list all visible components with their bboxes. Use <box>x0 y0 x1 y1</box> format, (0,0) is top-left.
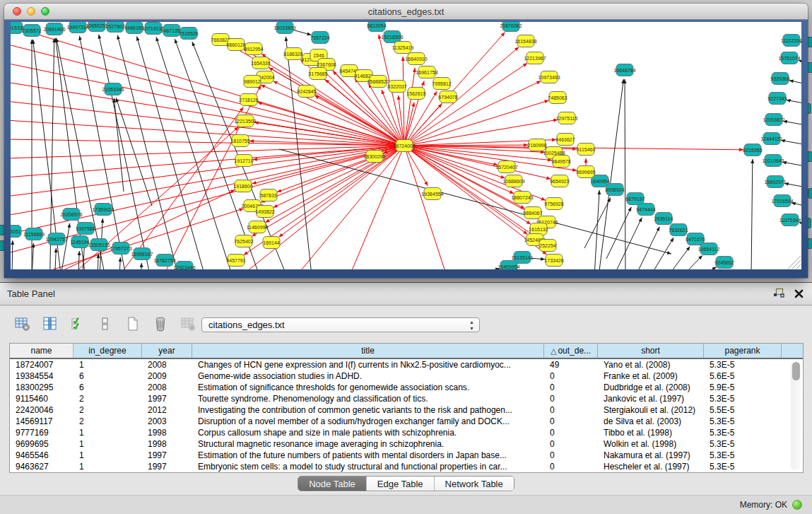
table-cell[interactable]: Yano et al. (2008) <box>598 359 704 370</box>
network-edge[interactable] <box>789 81 801 89</box>
network-edge[interactable] <box>117 35 184 269</box>
table-cell[interactable]: 5.5E-5 <box>704 404 782 416</box>
table-cell[interactable]: 1997 <box>142 450 192 461</box>
network-edge[interactable] <box>11 146 404 266</box>
network-node[interactable]: 7632621 <box>669 224 688 236</box>
tab-node-table[interactable]: Node Table <box>298 477 367 491</box>
table-cell[interactable]: Hescheler et al. (1997) <box>598 461 704 472</box>
table-column-icon[interactable] <box>42 315 59 332</box>
network-node[interactable]: 12093872 <box>763 114 784 126</box>
network-edge[interactable] <box>635 227 659 269</box>
network-graph[interactable]: 1601533823055722069140616997314106552571… <box>11 22 801 269</box>
network-edge[interactable] <box>404 100 549 146</box>
table-cell[interactable]: 1997 <box>142 461 192 472</box>
resize-grip-icon[interactable] <box>788 256 801 269</box>
network-node[interactable]: 9699695 <box>576 166 595 178</box>
table-cell[interactable]: Nakamura et al. (1997) <box>598 450 704 461</box>
table-row[interactable]: 1456911722003Disruption of a novel membe… <box>10 416 803 427</box>
network-edge[interactable] <box>60 223 70 269</box>
network-node[interactable]: 16409954 <box>498 261 519 270</box>
network-node[interactable]: 16033809 <box>273 22 295 34</box>
table-row[interactable]: 946554611997Estimation of the future num… <box>10 450 803 461</box>
network-node[interactable]: 587833 <box>260 189 277 201</box>
table-cell[interactable]: 5.3E-5 <box>704 461 782 472</box>
network-edge[interactable] <box>784 183 801 192</box>
network-node[interactable]: 10655257 <box>86 22 107 32</box>
network-node[interactable]: 169144 <box>263 237 280 249</box>
table-row[interactable]: 946362711997Embryonic stem cells: a mode… <box>10 461 803 472</box>
network-node[interactable]: 12942757 <box>45 233 67 245</box>
column-header-pagerank[interactable]: pagerank <box>704 344 782 358</box>
table-cell[interactable]: 0 <box>544 461 598 472</box>
table-cell[interactable]: 6 <box>73 382 142 393</box>
network-node[interactable]: 9860128 <box>226 39 245 51</box>
network-edge[interactable] <box>625 79 625 269</box>
column-header-out_de[interactable]: △out_de... <box>544 344 598 358</box>
memory-indicator-icon[interactable] <box>792 500 802 510</box>
network-node[interactable]: 19384554 <box>421 188 443 200</box>
network-node[interactable]: 989012 <box>244 76 261 88</box>
network-node[interactable]: 1810755 <box>230 135 249 147</box>
network-node[interactable]: 6879197 <box>625 193 645 205</box>
scrollbar-thumb[interactable] <box>792 362 800 380</box>
network-node[interactable]: 18300295 <box>363 151 385 163</box>
table-cell[interactable]: 9699695 <box>10 438 73 450</box>
table-row[interactable]: 2242004622012Investigating the contribut… <box>10 404 803 416</box>
network-edge[interactable] <box>463 269 500 269</box>
network-edge[interactable] <box>700 267 717 269</box>
float-panel-icon[interactable] <box>773 288 784 301</box>
table-cell[interactable]: 5.3E-5 <box>704 438 782 450</box>
network-node[interactable]: 9329366 <box>770 73 789 85</box>
table-cell[interactable]: 0 <box>544 427 598 438</box>
network-node[interactable]: 1912710 <box>234 155 253 167</box>
table-cell[interactable]: 2008 <box>142 359 192 370</box>
table-cell[interactable]: Investigating the contribution of common… <box>192 404 544 416</box>
network-edge[interactable] <box>261 85 404 146</box>
network-node[interactable]: 9115460 <box>577 144 596 156</box>
network-node[interactable]: 2718126 <box>239 94 258 106</box>
network-node[interactable]: 2160998 <box>527 139 546 151</box>
tab-edge-table[interactable]: Edge Table <box>367 477 435 491</box>
network-node[interactable]: 7557224 <box>310 32 329 44</box>
network-node[interactable]: 12923446 <box>173 262 195 270</box>
network-node[interactable]: 3175685 <box>308 68 327 80</box>
table-cell[interactable]: 2008 <box>142 382 192 393</box>
network-node[interactable]: 9457791 <box>226 255 245 267</box>
column-header-year[interactable]: year <box>142 344 192 358</box>
network-edge[interactable] <box>782 162 801 170</box>
table-cell[interactable]: 2 <box>73 404 142 416</box>
network-node[interactable]: 15218506 <box>381 31 403 43</box>
table-selector-dropdown[interactable]: citations_edges.txt ▲▼ <box>201 317 480 332</box>
network-node[interactable]: 18724007 <box>393 140 415 152</box>
network-node[interactable]: 9397588 <box>76 223 95 235</box>
network-edge[interactable] <box>78 251 79 269</box>
network-edge[interactable] <box>11 33 404 146</box>
network-edge[interactable] <box>799 223 801 231</box>
network-node[interactable]: 15688520 <box>367 76 389 88</box>
column-header-in_degree[interactable]: in_degree <box>73 344 142 358</box>
checklist-icon[interactable] <box>69 315 86 332</box>
table-cell[interactable]: 0 <box>544 370 598 382</box>
table-cell[interactable]: 2009 <box>142 370 192 382</box>
close-panel-icon[interactable] <box>794 288 804 301</box>
table-cell[interactable]: Disruption of a novel member of a sodium… <box>192 416 544 427</box>
network-node[interactable]: 9245652 <box>714 257 734 269</box>
network-node[interactable]: 9654923 <box>550 175 569 187</box>
network-node[interactable]: 7955812 <box>432 78 451 90</box>
network-edge[interactable] <box>783 121 801 129</box>
network-node[interactable]: 11075344 <box>779 214 801 226</box>
table-row[interactable]: 1938455462009Genome-wide association stu… <box>10 370 803 382</box>
network-node[interactable]: 9242845 <box>297 86 316 98</box>
network-edge[interactable] <box>11 117 404 146</box>
network-node[interactable]: 11460994 <box>247 221 269 233</box>
network-node[interactable]: 1615132 <box>529 223 548 235</box>
table-cell[interactable]: Genome-wide association studies in ADHD. <box>192 370 544 382</box>
table-cell[interactable]: 5.6E-5 <box>704 370 782 382</box>
network-edge[interactable] <box>403 57 404 146</box>
table-cell[interactable]: de Silva et al. (2003) <box>598 416 704 427</box>
table-cell[interactable]: Estimation of significance thresholds fo… <box>192 382 544 393</box>
network-node[interactable]: 252254 <box>539 240 556 252</box>
table-cell[interactable]: 5.3E-5 <box>704 393 782 404</box>
network-node[interactable]: 17957273 <box>110 243 131 255</box>
network-node[interactable]: 20691406 <box>43 23 65 35</box>
